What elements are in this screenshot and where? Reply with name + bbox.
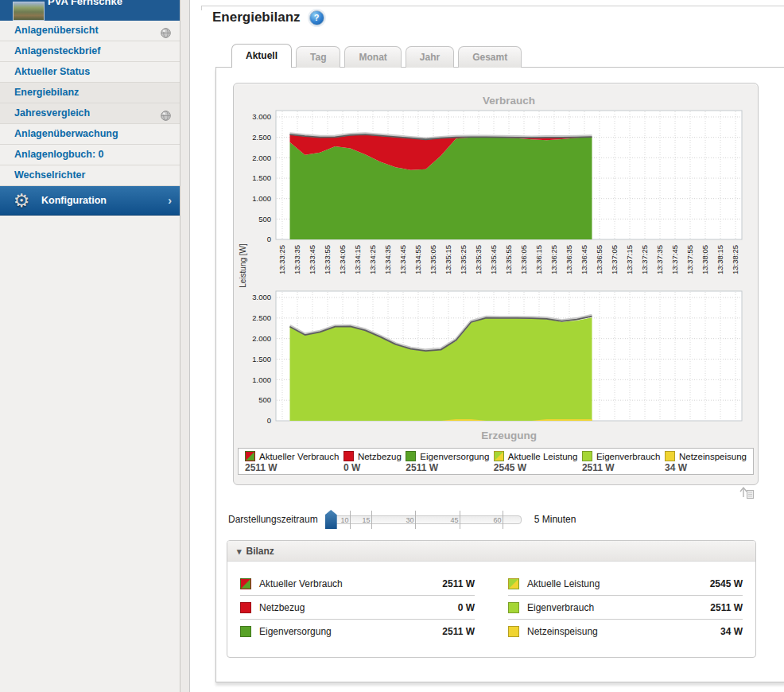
legend-value: 0 W (343, 462, 402, 473)
svg-text:500: 500 (258, 395, 271, 404)
plant-header: PVA Fernschke (0, 0, 180, 21)
slider-label: Darstellungszeitraum (228, 514, 318, 525)
period-slider[interactable]: 1015304560 (326, 507, 522, 531)
legend-name: Eigenverbrauch (596, 452, 661, 461)
sidebar: PVA Fernschke AnlagenübersichtAnlagenste… (0, 0, 180, 692)
bilanz-row-value: 34 W (720, 626, 743, 637)
bilanz-row-aktueller-verbrauch: Aktueller Verbrauch2511 W (240, 572, 475, 596)
legend-swatch-red-icon (343, 451, 354, 461)
svg-text:13:36:45: 13:36:45 (580, 245, 588, 274)
sidebar-item-anlagensteckbrief[interactable]: Anlagensteckbrief (0, 41, 180, 62)
legend-value: 34 W (665, 462, 747, 473)
svg-text:13:37:35: 13:37:35 (655, 245, 664, 274)
bilanz-row-value: 2511 W (710, 602, 743, 613)
svg-text:13:35:55: 13:35:55 (504, 245, 513, 274)
legend-swatch-lightgreen-icon (582, 451, 592, 461)
svg-text:2.000: 2.000 (252, 154, 271, 162)
legend-name: Netzbezug (358, 452, 402, 461)
svg-text:Leistung [W]: Leistung [W] (239, 243, 247, 288)
slider-handle[interactable] (325, 510, 337, 529)
bilanz-header[interactable]: Bilanz (227, 541, 755, 562)
svg-text:13:35:45: 13:35:45 (489, 245, 498, 274)
bilanz-swatch-red-icon (240, 602, 251, 613)
sidebar-item-anlagenlogbuch-0[interactable]: Anlagenlogbuch: 0 (0, 145, 180, 165)
sidebar-item-konfiguration[interactable]: Konfiguration (0, 186, 180, 216)
tab-jahr[interactable]: Jahr (406, 46, 454, 68)
legend-item-eigenversorgung: Eigenversorgung2511 W (406, 451, 489, 473)
bilanz-title: Bilanz (246, 546, 274, 557)
tab-aktuell[interactable]: Aktuell (231, 44, 292, 68)
svg-text:Verbrauch: Verbrauch (483, 95, 535, 107)
bilanz-row-name: Netzbezug (259, 602, 450, 613)
svg-text:13:36:55: 13:36:55 (595, 245, 604, 274)
bilanz-row-eigenverbrauch: Eigenverbrauch2511 W (508, 596, 743, 620)
legend-item-aktueller-verbrauch: Aktueller Verbrauch2511 W (245, 451, 339, 473)
sidebar-item-anlagenübersicht[interactable]: Anlagenübersicht (0, 21, 180, 41)
slider-track[interactable] (326, 515, 522, 524)
sidebar-item-label: Energiebilanz (14, 87, 79, 98)
legend-item-eigenverbrauch: Eigenverbrauch2511 W (582, 451, 661, 473)
bilanz-row-name: Netzeinspeisung (527, 626, 712, 637)
chevron-right-icon (168, 194, 172, 207)
sidebar-item-aktueller-status[interactable]: Aktueller Status (0, 62, 180, 83)
bilanz-row-netzbezug: Netzbezug0 W (240, 596, 475, 620)
bilanz-row-value: 2511 W (442, 578, 475, 589)
svg-text:13:36:05: 13:36:05 (519, 245, 528, 274)
svg-text:13:37:25: 13:37:25 (640, 245, 649, 274)
legend-value: 2511 W (406, 462, 489, 473)
main-content: Energiebilanz AktuellTagMonatJahrGesamt … (189, 0, 784, 692)
sidebar-item-label: Anlagenübersicht (14, 25, 99, 36)
energy-chart: VerbrauchErzeugungLeistung [W]05001.0001… (236, 88, 755, 446)
export-icon[interactable] (737, 484, 756, 502)
tab-bar: AktuellTagMonatJahrGesamt (231, 44, 522, 68)
sidebar-gutter (180, 0, 189, 692)
svg-text:13:35:35: 13:35:35 (474, 245, 483, 274)
svg-text:13:36:15: 13:36:15 (534, 245, 543, 274)
tab-monat[interactable]: Monat (344, 46, 401, 68)
svg-text:13:34:05: 13:34:05 (338, 245, 347, 274)
slider-tick (460, 511, 460, 529)
sidebar-item-energiebilanz[interactable]: Energiebilanz (0, 83, 180, 103)
svg-text:13:33:55: 13:33:55 (323, 245, 332, 274)
content-top-border (201, 6, 784, 6)
bilanz-swatch-green-icon (240, 626, 251, 637)
page-title: Energiebilanz (212, 10, 301, 25)
help-icon[interactable] (309, 10, 324, 25)
tab-tag[interactable]: Tag (296, 46, 340, 68)
svg-text:13:37:55: 13:37:55 (685, 245, 694, 274)
bilanz-row-aktuelle-leistung: Aktuelle Leistung2545 W (508, 572, 743, 596)
legend-swatch-green-icon (406, 451, 416, 461)
sidebar-item-anlagenüberwachung[interactable]: Anlagenüberwachung (0, 124, 180, 145)
svg-text:13:37:15: 13:37:15 (625, 245, 634, 274)
legend-item-aktuelle-leistung: Aktuelle Leistung2545 W (494, 451, 578, 473)
legend-value: 2511 W (245, 462, 339, 473)
svg-text:1.500: 1.500 (252, 355, 271, 363)
bilanz-row-name: Aktueller Verbrauch (259, 578, 434, 589)
svg-text:13:34:45: 13:34:45 (398, 245, 407, 274)
bilanz-row-name: Aktuelle Leistung (527, 578, 702, 589)
legend-name: Aktuelle Leistung (508, 452, 578, 461)
svg-text:13:38:15: 13:38:15 (716, 245, 724, 274)
svg-text:13:37:05: 13:37:05 (610, 245, 619, 274)
bilanz-swatch-red-green-icon (240, 578, 251, 589)
tab-gesamt[interactable]: Gesamt (458, 46, 522, 68)
bilanz-body: Aktueller Verbrauch2511 WNetzbezug0 WEig… (227, 562, 755, 643)
svg-text:13:34:25: 13:34:25 (368, 245, 377, 274)
collapse-icon (237, 546, 242, 557)
svg-text:13:36:35: 13:36:35 (565, 245, 573, 274)
svg-text:13:34:55: 13:34:55 (413, 245, 422, 274)
legend-swatch-lightgreen-yellow-icon (494, 451, 504, 461)
svg-text:0: 0 (267, 235, 271, 243)
bilanz-row-name: Eigenversorgung (259, 626, 434, 637)
svg-text:13:34:15: 13:34:15 (353, 245, 362, 274)
sidebar-item-jahresvergleich[interactable]: Jahresvergleich (0, 103, 180, 124)
display-period-control: Darstellungszeitraum 1015304560 5 Minute… (228, 507, 576, 531)
svg-text:1.000: 1.000 (252, 375, 271, 384)
svg-text:2.500: 2.500 (252, 313, 271, 322)
legend-swatch-yellow-icon (665, 451, 675, 461)
legend-swatch-red-green-icon (245, 451, 255, 461)
svg-text:13:37:45: 13:37:45 (670, 245, 679, 274)
slider-tick-label: 10 (341, 516, 349, 524)
svg-text:13:33:25: 13:33:25 (278, 245, 286, 274)
sidebar-item-wechselrichter[interactable]: Wechselrichter (0, 165, 180, 186)
